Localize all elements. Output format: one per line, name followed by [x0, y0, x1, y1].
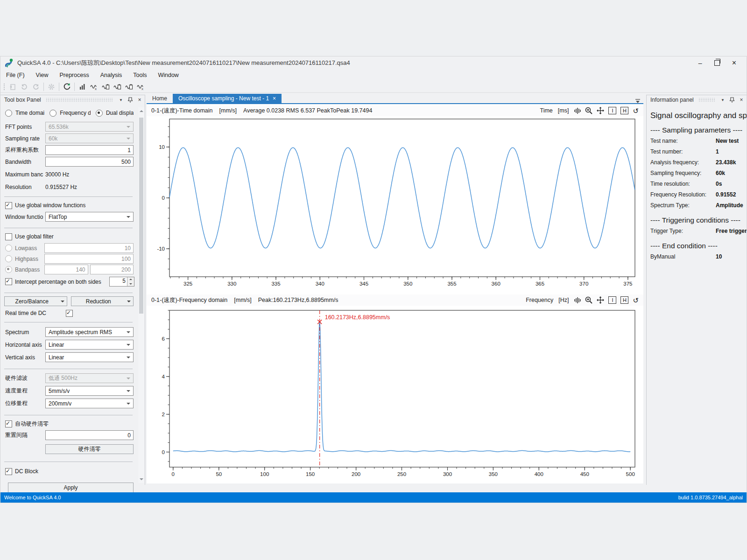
- bandpass-high-input[interactable]: [90, 265, 134, 274]
- vertical-axis-select[interactable]: Linear: [45, 352, 134, 362]
- fit-vertical-icon-2[interactable]: I: [608, 296, 616, 304]
- window-function-select[interactable]: FlatTop: [45, 212, 134, 222]
- refresh-icon[interactable]: [63, 83, 71, 91]
- highpass-radio[interactable]: [5, 255, 12, 262]
- close-button[interactable]: ×: [732, 59, 736, 67]
- info-row: ByManual10: [650, 251, 747, 262]
- use-global-filter-checkbox[interactable]: [5, 233, 12, 240]
- toolbar-grip[interactable]: [3, 83, 5, 91]
- scroll-down-icon[interactable]: [140, 478, 143, 480]
- reset-interval-label: 重置间隔: [5, 431, 45, 439]
- recon-coeff-input[interactable]: [45, 145, 134, 155]
- pan-icon[interactable]: [597, 107, 604, 114]
- sampling-rate-label: Sampling rate: [5, 135, 45, 142]
- reset-view-icon[interactable]: ↺: [633, 107, 639, 114]
- use-window-functions-checkbox[interactable]: [5, 202, 12, 209]
- bandwidth-input[interactable]: [45, 157, 134, 167]
- menu-view[interactable]: View: [36, 72, 49, 78]
- panel-drag-texture[interactable]: [46, 98, 113, 102]
- svg-text:10: 10: [159, 144, 165, 150]
- panel-menu-icon[interactable]: ▼: [118, 98, 124, 102]
- minimize-button[interactable]: –: [698, 60, 702, 66]
- hw-zero-button[interactable]: 硬件清零: [45, 444, 134, 454]
- menu-window[interactable]: Window: [158, 72, 178, 78]
- info-heading: Signal oscillography and spectrum: [650, 111, 747, 120]
- waveform-clipboard2-icon[interactable]: [113, 83, 121, 91]
- gear-icon[interactable]: [47, 83, 56, 91]
- zoom-in-icon-2[interactable]: [585, 296, 592, 304]
- info-close-icon[interactable]: ×: [738, 97, 745, 103]
- hw-filter-select[interactable]: 低通 500Hz: [45, 373, 134, 383]
- bandpass-low-input[interactable]: [44, 265, 88, 274]
- lowpass-radio[interactable]: [5, 245, 12, 252]
- velocity-range-select[interactable]: 5mm/s/v: [45, 386, 134, 396]
- document-list-icon[interactable]: [635, 98, 641, 103]
- intercept-checkbox[interactable]: [5, 278, 12, 285]
- radio-time-domain[interactable]: [5, 110, 12, 117]
- scrollbar-thumb[interactable]: [139, 118, 143, 314]
- svg-text:250: 250: [397, 471, 406, 477]
- restore-button[interactable]: [714, 60, 720, 66]
- frequency-domain-plot[interactable]: 0501001502002503003504004505000246160.21…: [147, 307, 643, 481]
- apply-button[interactable]: Apply: [8, 483, 134, 493]
- menu-analysis[interactable]: Analysis: [100, 72, 122, 78]
- info-pin-icon[interactable]: [729, 97, 735, 103]
- toolbox-scrollbar[interactable]: [138, 107, 144, 483]
- fit-horizontal-icon[interactable]: H: [620, 107, 628, 114]
- displacement-range-select[interactable]: 200mm/v: [45, 399, 134, 408]
- undo-icon[interactable]: [20, 83, 28, 91]
- toolbox-panel-header: Tool box Panel ▼ ×: [0, 95, 145, 105]
- menu-tools[interactable]: Tools: [133, 72, 147, 78]
- auto-hw-zero-checkbox[interactable]: [5, 420, 12, 427]
- spectrum-select[interactable]: Amplitude spectrum RMS: [45, 327, 134, 337]
- highpass-input[interactable]: [44, 254, 134, 264]
- fft-points-select[interactable]: 65.536k: [45, 122, 134, 132]
- info-drag-texture[interactable]: [698, 98, 715, 102]
- tab-oscilloscope-sampling[interactable]: Oscilloscope sampling - New test - 1 ×: [173, 94, 282, 103]
- spin-up-icon[interactable]: [127, 277, 134, 282]
- fit-horizontal-icon-2[interactable]: H: [620, 296, 628, 304]
- lowpass-input[interactable]: [44, 243, 134, 253]
- waveform-x-icon[interactable]: x: [90, 83, 98, 91]
- info-row: Frequency Resolution:0.91552: [650, 189, 747, 200]
- menu-preprocess[interactable]: Preprocess: [59, 72, 89, 78]
- zero-balance-button[interactable]: Zero/Balance: [4, 296, 67, 306]
- menu-file[interactable]: File (F): [6, 72, 25, 78]
- redo-icon[interactable]: [32, 83, 40, 91]
- toolbox-close-icon[interactable]: ×: [136, 97, 143, 103]
- bar-chart-icon[interactable]: [78, 83, 86, 91]
- time-chart-header: 0-1-(速度)-Time domain [mm/s] Average 0.02…: [147, 105, 643, 116]
- page-revert-icon[interactable]: [8, 83, 17, 91]
- svg-text:340: 340: [316, 281, 324, 287]
- horizontal-axis-select[interactable]: Linear: [45, 340, 134, 350]
- scroll-up-icon[interactable]: [140, 110, 143, 112]
- tab-close-icon[interactable]: ×: [273, 95, 276, 102]
- waveform-clipboard3-icon[interactable]: [125, 83, 133, 91]
- pin-icon[interactable]: [127, 97, 134, 103]
- hw-filter-label: 硬件滤波: [5, 374, 45, 382]
- bandpass-radio[interactable]: [5, 266, 12, 273]
- time-domain-plot[interactable]: 325330335340345350355360365370375-10010: [147, 117, 643, 291]
- cursor-icon[interactable]: [574, 107, 581, 114]
- cursor-icon-2[interactable]: [574, 297, 581, 304]
- radio-frequency-domain[interactable]: [49, 110, 56, 117]
- pan-icon-2[interactable]: [597, 296, 604, 304]
- spin-down-icon[interactable]: [127, 282, 134, 287]
- info-row: Test name:New test: [650, 135, 747, 146]
- waveform-clipboard-icon[interactable]: [101, 83, 110, 91]
- fit-vertical-icon[interactable]: I: [608, 107, 616, 114]
- intercept-spinner[interactable]: 5: [109, 277, 134, 287]
- sampling-rate-select[interactable]: 60k: [45, 133, 134, 143]
- time-axis-units: [ms]: [558, 107, 569, 114]
- dc-block-checkbox[interactable]: [5, 468, 12, 475]
- waveform-x2-icon[interactable]: x: [136, 83, 145, 91]
- realtime-dc-checkbox[interactable]: [66, 310, 73, 317]
- reset-interval-input[interactable]: [45, 430, 134, 440]
- info-menu-icon[interactable]: ▼: [719, 98, 726, 102]
- tab-home[interactable]: Home: [147, 94, 173, 103]
- reduction-button[interactable]: Reduction: [71, 296, 134, 306]
- information-panel: Information panel ▼ × Signal oscillograp…: [646, 95, 747, 485]
- radio-dual-display[interactable]: [96, 110, 103, 117]
- reset-view-icon-2[interactable]: ↺: [633, 297, 639, 304]
- zoom-in-icon[interactable]: [585, 107, 592, 114]
